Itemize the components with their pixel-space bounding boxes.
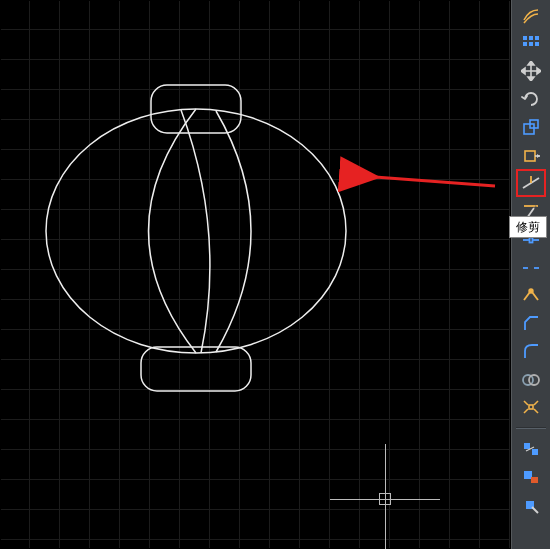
svg-rect-12 (524, 124, 534, 134)
svg-point-27 (529, 375, 539, 385)
offset-tool[interactable] (519, 4, 543, 26)
scale-tool[interactable] (519, 116, 543, 138)
modify-toolbar (511, 0, 550, 549)
svg-rect-36 (524, 471, 532, 479)
join-tool[interactable] (519, 284, 543, 306)
stretch-tool[interactable] (519, 144, 543, 166)
svg-rect-32 (529, 405, 533, 409)
edit-tool[interactable] (519, 494, 543, 516)
break-tool[interactable] (519, 256, 543, 278)
move-tool[interactable] (519, 60, 543, 82)
svg-line-29 (534, 401, 538, 405)
chamfer-tool[interactable] (519, 312, 543, 334)
tooltip-text: 修剪 (516, 220, 540, 234)
rotate-tool[interactable] (519, 88, 543, 110)
trim-tool[interactable] (519, 172, 543, 194)
svg-line-28 (524, 401, 528, 405)
svg-rect-4 (523, 36, 527, 40)
align-tool[interactable] (519, 438, 543, 460)
svg-rect-5 (529, 36, 533, 40)
cad-app: 修剪 (0, 0, 550, 549)
svg-rect-8 (529, 42, 533, 46)
svg-rect-9 (535, 42, 539, 46)
drawing-canvas[interactable] (1, 1, 510, 548)
svg-rect-6 (535, 36, 539, 40)
blend-tool[interactable] (519, 368, 543, 390)
svg-rect-22 (530, 238, 533, 243)
svg-rect-7 (523, 42, 527, 46)
fillet-tool[interactable] (519, 340, 543, 362)
trim-tooltip: 修剪 (509, 216, 547, 238)
svg-line-30 (524, 409, 528, 413)
svg-rect-33 (524, 443, 530, 449)
explode-tool[interactable] (519, 396, 543, 418)
svg-rect-34 (532, 449, 538, 455)
svg-rect-14 (525, 151, 535, 161)
svg-line-3 (375, 177, 495, 186)
svg-rect-37 (531, 477, 538, 483)
annotation-arrow (1, 1, 510, 548)
hatch-edit-tool[interactable] (519, 466, 543, 488)
array-tool[interactable] (519, 32, 543, 54)
svg-line-31 (534, 409, 538, 413)
toolbar-separator (516, 427, 546, 429)
svg-point-25 (529, 289, 533, 293)
